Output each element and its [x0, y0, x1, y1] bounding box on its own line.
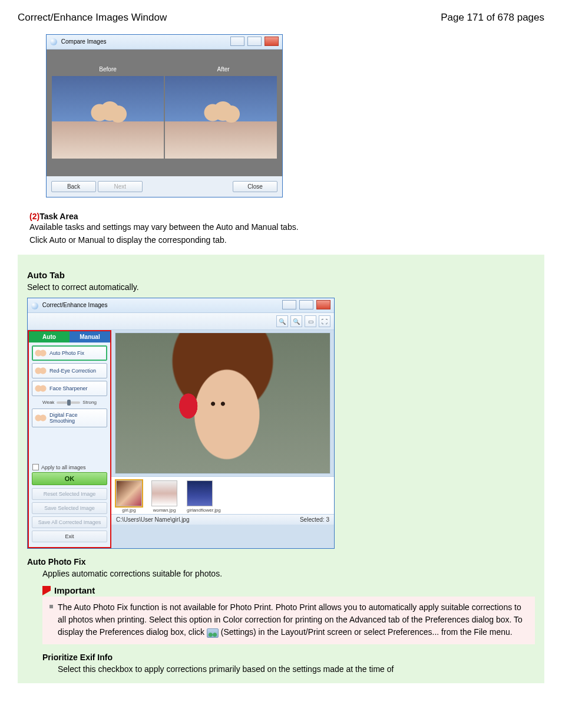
compare-window-title: Compare Images: [61, 38, 107, 45]
prioritize-heading: Prioritize Exif Info: [42, 653, 535, 662]
digital-face-smoothing-button[interactable]: Digital Face Smoothing: [32, 409, 107, 427]
fit-icon[interactable]: ▭: [305, 315, 316, 327]
auto-photo-fix-heading: Auto Photo Fix: [27, 557, 535, 566]
close-icon[interactable]: [265, 37, 279, 46]
important-flag-icon: [42, 586, 51, 595]
thumbnail-2-label: woman.jpg: [151, 508, 177, 513]
after-label: After: [217, 66, 230, 73]
thumbnail-1-label: girl.jpg: [116, 508, 142, 513]
save-all-button[interactable]: Save All Corrected Images: [32, 516, 107, 528]
page-title: Correct/Enhance Images Window: [18, 12, 167, 24]
auto-tab-desc: Select to correct automatically.: [27, 282, 535, 292]
compare-images-screenshot: Compare Images Before After Back Next: [46, 34, 544, 197]
thumbnail-2[interactable]: woman.jpg: [151, 480, 177, 513]
reset-button[interactable]: Reset Selected Image: [32, 488, 107, 500]
correct-window-title: Correct/Enhance Images: [42, 302, 108, 308]
before-label: Before: [99, 66, 116, 73]
red-eye-button[interactable]: Red-Eye Correction: [32, 363, 107, 378]
settings-icon: [207, 628, 219, 638]
thumbnail-3[interactable]: girlandflower.jpg: [187, 480, 221, 513]
preview-image: [115, 332, 330, 474]
auto-tab-heading: Auto Tab: [27, 270, 535, 280]
app-icon: [31, 302, 38, 309]
apply-all-label: Apply to all images: [41, 465, 86, 470]
selected-count: Selected: 3: [300, 516, 329, 523]
fullscreen-icon[interactable]: ⛶: [319, 315, 330, 327]
maximize-icon[interactable]: [247, 37, 262, 46]
smoothing-icon: [35, 414, 47, 422]
save-selected-button[interactable]: Save Selected Image: [32, 502, 107, 514]
thumbnail-1[interactable]: girl.jpg: [116, 480, 142, 513]
close-icon[interactable]: [316, 300, 330, 309]
file-path: C:\Users\User Name\girl.jpg: [116, 516, 189, 523]
zoom-out-icon[interactable]: 🔍: [290, 315, 302, 327]
weak-label: Weak: [42, 400, 54, 405]
auto-photo-fix-desc: Applies automatic corrections suitable f…: [42, 569, 535, 578]
back-button[interactable]: Back: [51, 181, 96, 192]
face-sharpener-button[interactable]: Face Sharpener: [32, 381, 107, 396]
prioritize-desc: Select this checkbox to apply correction…: [58, 664, 535, 674]
before-image: [52, 76, 164, 159]
section-text-1: Available tasks and settings may vary be…: [29, 221, 544, 234]
maximize-icon[interactable]: [299, 300, 313, 309]
next-button[interactable]: Next: [98, 181, 143, 192]
ok-button[interactable]: OK: [32, 472, 107, 485]
page-indicator: Page 171 of 678 pages: [441, 12, 544, 24]
app-icon: [50, 38, 57, 45]
auto-photo-fix-label: Auto Photo Fix: [49, 350, 84, 356]
correct-enhance-screenshot: Correct/Enhance Images 🔍 🔍 ▭ ⛶ Auto: [27, 298, 335, 549]
zoom-in-icon[interactable]: 🔍: [276, 315, 288, 327]
apply-all-checkbox[interactable]: [32, 464, 39, 470]
sharpener-slider-row: Weak Strong: [32, 398, 107, 409]
auto-fix-icon: [35, 349, 47, 357]
smoothing-label: Digital Face Smoothing: [49, 412, 104, 424]
red-eye-icon: [35, 367, 47, 375]
strong-label: Strong: [82, 400, 97, 405]
minimize-icon[interactable]: [282, 300, 296, 309]
thumbnail-3-label: girlandflower.jpg: [187, 508, 221, 513]
auto-photo-fix-button[interactable]: Auto Photo Fix: [32, 345, 107, 361]
after-image: [165, 76, 277, 159]
tab-manual[interactable]: Manual: [70, 331, 110, 342]
important-text-b: (Settings) in the Layout/Print screen or…: [221, 627, 513, 637]
section-title: Task Area: [39, 212, 78, 221]
exit-button[interactable]: Exit: [32, 531, 107, 542]
section-number: (2): [29, 212, 39, 221]
tab-auto[interactable]: Auto: [29, 331, 70, 342]
important-note: The Auto Photo Fix function is not avail…: [42, 597, 535, 644]
sharpener-slider[interactable]: [57, 401, 80, 404]
face-sharpener-label: Face Sharpener: [49, 386, 88, 391]
section-text-2: Click Auto or Manual to display the corr…: [29, 234, 544, 247]
important-label: Important: [54, 585, 95, 595]
close-button[interactable]: Close: [233, 181, 277, 192]
red-eye-label: Red-Eye Correction: [49, 368, 96, 374]
face-sharpener-icon: [35, 384, 47, 393]
minimize-icon[interactable]: [230, 37, 244, 46]
